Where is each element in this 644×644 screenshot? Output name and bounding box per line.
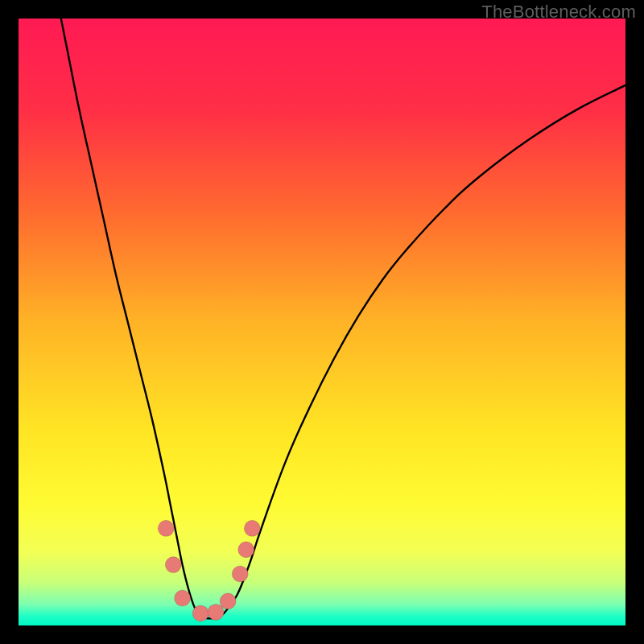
- bottleneck-curve: [55, 0, 625, 618]
- data-marker: [208, 604, 224, 620]
- data-marker: [220, 593, 236, 609]
- data-marker: [158, 520, 174, 536]
- data-marker: [192, 605, 208, 621]
- data-marker: [165, 557, 181, 573]
- data-marker: [244, 520, 260, 536]
- data-marker: [238, 542, 254, 558]
- marker-group: [158, 520, 260, 621]
- data-marker: [232, 566, 248, 582]
- watermark-text: TheBottleneck.com: [481, 2, 636, 23]
- plot-area: [19, 19, 625, 625]
- chart-svg: [19, 19, 625, 625]
- data-marker: [175, 590, 191, 606]
